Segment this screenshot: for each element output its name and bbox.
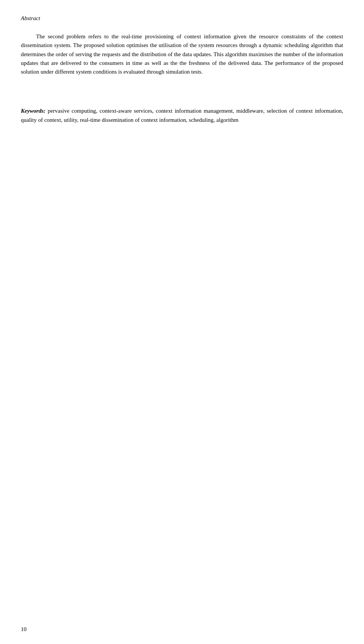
keywords-label: Keywords: — [21, 108, 46, 114]
abstract-paragraph-1: The second problem refers to the real-ti… — [21, 32, 343, 76]
page-number: 10 — [21, 626, 27, 633]
keywords-text: pervasive computing, context-aware servi… — [21, 108, 343, 123]
keywords-section: Keywords: pervasive computing, context-a… — [21, 107, 343, 124]
abstract-title: Abstract — [21, 15, 40, 21]
abstract-heading: Abstract — [21, 15, 343, 22]
abstract-body: The second problem refers to the real-ti… — [21, 32, 343, 76]
page-container: Abstract The second problem refers to th… — [0, 0, 364, 644]
keywords-paragraph: Keywords: pervasive computing, context-a… — [21, 107, 343, 124]
